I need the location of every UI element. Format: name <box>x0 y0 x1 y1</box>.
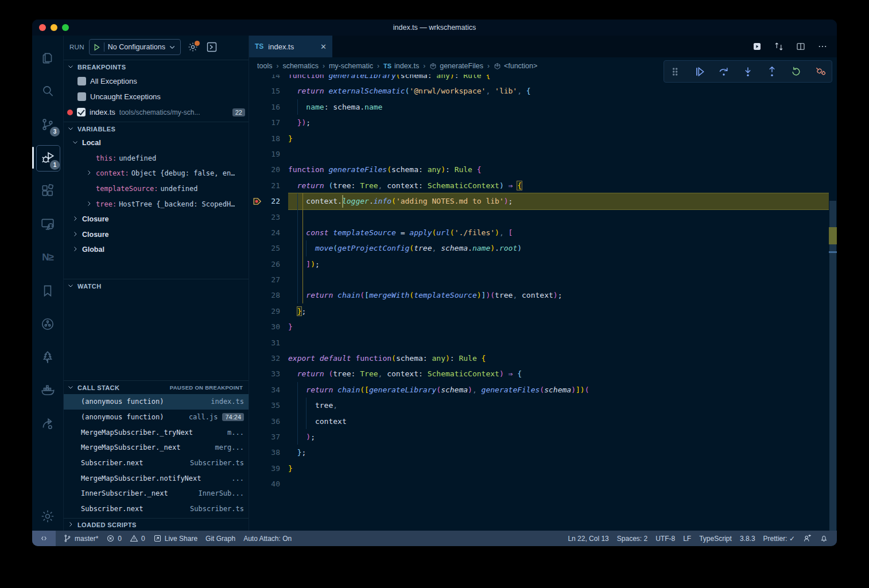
variable-row[interactable]: Global <box>64 242 249 258</box>
call-stack-frame[interactable]: MergeMapSubscriber._tryNextm... <box>64 425 249 440</box>
breadcrumb-item[interactable]: schematics <box>282 62 319 70</box>
variable-row[interactable]: Local <box>64 135 249 151</box>
variable-row[interactable]: tree: HostTree {_backend: ScopedH… <box>64 196 249 212</box>
status-3-8-3[interactable]: 3.8.3 <box>736 531 759 546</box>
chevron-right-icon[interactable] <box>86 169 94 177</box>
chevron-down-icon[interactable] <box>72 139 80 147</box>
activity-live-share-icon[interactable] <box>34 407 61 441</box>
editor-gutter[interactable]: 23 <box>249 209 288 225</box>
call-stack-frame[interactable]: InnerSubscriber._nextInnerSub... <box>64 486 249 501</box>
section-header-variables[interactable]: VARIABLES <box>64 122 249 135</box>
call-stack-frame[interactable]: MergeMapSubscriber._nextmerg... <box>64 440 249 455</box>
restart-button[interactable] <box>790 66 802 77</box>
editor-gutter[interactable]: 16 <box>249 99 288 115</box>
editor-group[interactable]: TS index.ts ✕ tools›schematics›my-schema… <box>249 36 837 531</box>
editor-gutter[interactable]: 26 <box>249 256 288 272</box>
editor-gutter[interactable]: 19 <box>249 146 288 162</box>
editor-gutter[interactable]: 32 <box>249 351 288 366</box>
zoom-window-button[interactable] <box>62 24 69 31</box>
breakpoint-dot-icon[interactable] <box>67 110 73 115</box>
editor-gutter[interactable]: 35 <box>249 398 288 413</box>
status-lf[interactable]: LF <box>679 531 695 546</box>
section-header-breakpoints[interactable]: BREAKPOINTS <box>64 60 249 73</box>
variable-row[interactable]: context: Object {debug: false, en… <box>64 166 249 181</box>
editor-gutter[interactable]: 27 <box>249 272 288 287</box>
activity-run-debug-icon[interactable]: 1 <box>34 141 61 174</box>
breakpoint-row[interactable]: All Exceptions <box>64 73 249 89</box>
editor-gutter[interactable]: 25 <box>249 240 288 256</box>
variable-row[interactable]: templateSource: undefined <box>64 181 249 197</box>
editor-gutter[interactable]: 24 <box>249 225 288 240</box>
call-stack-frame[interactable]: Subscriber.nextSubscriber.ts <box>64 501 249 517</box>
code-area[interactable]: 14function generateLibrary(schema: any):… <box>249 68 829 492</box>
open-changes-icon[interactable] <box>752 41 762 52</box>
checkbox[interactable] <box>77 92 86 101</box>
step-over-button[interactable] <box>718 66 730 77</box>
editor-gutter[interactable]: 36 <box>249 414 288 429</box>
scrollbar-slider[interactable] <box>829 201 836 531</box>
editor-gutter[interactable]: 20 <box>249 162 288 177</box>
launch-configuration-dropdown[interactable]: No Configurations <box>89 39 181 55</box>
checkbox[interactable] <box>77 77 86 85</box>
status-prettier-[interactable]: Prettier: ✓ <box>759 531 799 546</box>
call-stack-frame[interactable]: (anonymous function)call.js74:24 <box>64 410 249 425</box>
status-ln-22-col-13[interactable]: Ln 22, Col 13 <box>564 531 612 546</box>
editor-gutter[interactable]: 30 <box>249 319 288 334</box>
editor-gutter[interactable]: 22 <box>249 193 288 209</box>
activity-git-history-icon[interactable] <box>34 307 61 341</box>
editor-gutter[interactable]: 15 <box>249 83 288 99</box>
editor-gutter[interactable]: 21 <box>249 178 288 193</box>
current-breakpoint-icon[interactable] <box>253 196 263 207</box>
breadcrumb-item[interactable]: TSindex.ts <box>383 62 419 70</box>
status-spaces-2[interactable]: Spaces: 2 <box>613 531 651 546</box>
breakpoint-row[interactable]: index.tstools/schematics/my-sch...22 <box>64 104 249 120</box>
continue-button[interactable] <box>694 66 705 77</box>
chevron-right-icon[interactable] <box>86 200 94 208</box>
breadcrumb-item[interactable]: tools <box>257 62 272 70</box>
editor-gutter[interactable]: 33 <box>249 366 288 381</box>
status-typescript[interactable]: TypeScript <box>695 531 736 546</box>
editor-gutter[interactable]: 28 <box>249 287 288 303</box>
chevron-right-icon[interactable] <box>72 231 80 239</box>
editor-gutter[interactable]: 39 <box>249 461 288 476</box>
split-editor-icon[interactable] <box>796 41 806 52</box>
editor-gutter[interactable]: 29 <box>249 303 288 319</box>
activity-search-icon[interactable] <box>34 75 61 108</box>
start-debug-icon[interactable] <box>93 44 100 51</box>
editor-gutter[interactable]: 17 <box>249 115 288 130</box>
status-utf-8[interactable]: UTF-8 <box>651 531 679 546</box>
status-branch[interactable]: master* <box>59 531 102 546</box>
section-header-loaded-scripts[interactable]: LOADED SCRIPTS <box>64 518 249 531</box>
activity-bookmarks-icon[interactable] <box>34 274 61 307</box>
activity-extensions-icon[interactable] <box>34 174 61 208</box>
editor-gutter[interactable]: 38 <box>249 445 288 460</box>
editor-gutter[interactable]: 37 <box>249 429 288 445</box>
breadcrumb-item[interactable]: generateFiles <box>429 62 483 70</box>
status-remote[interactable] <box>32 531 56 546</box>
editor-gutter[interactable]: 40 <box>249 476 288 492</box>
breadcrumb-item[interactable]: <function> <box>494 62 537 70</box>
editor-scrollbar[interactable] <box>829 68 837 531</box>
status-bell[interactable] <box>816 531 832 546</box>
activity-source-control-icon[interactable]: 3 <box>34 108 61 141</box>
editor-gutter[interactable]: 34 <box>249 382 288 398</box>
section-header-call-stack[interactable]: CALL STACKPAUSED ON BREAKPOINT <box>64 380 249 394</box>
activity-docker-icon[interactable] <box>34 374 61 407</box>
status-git-graph[interactable]: Git Graph <box>201 531 239 546</box>
call-stack-frame[interactable]: MergeMapSubscriber.notifyNext... <box>64 470 249 486</box>
close-tab-icon[interactable]: ✕ <box>320 42 327 51</box>
debug-console-button[interactable] <box>206 41 218 53</box>
call-stack-frame[interactable]: Subscriber.nextSubscriber.ts <box>64 455 249 471</box>
close-window-button[interactable] <box>39 24 46 31</box>
variable-row[interactable]: Closure <box>64 227 249 243</box>
call-stack-frame[interactable]: (anonymous function)index.ts <box>64 394 249 410</box>
chevron-right-icon[interactable] <box>72 246 80 254</box>
variable-row[interactable]: this: undefined <box>64 151 249 166</box>
open-launch-json-button[interactable] <box>188 42 198 52</box>
breadcrumb-item[interactable]: my-schematic <box>329 62 373 70</box>
status-feedback[interactable] <box>799 531 816 546</box>
activity-nx-console-icon[interactable]: N≥ <box>34 241 61 274</box>
activity-settings-gear[interactable] <box>34 502 61 531</box>
checkbox-checked[interactable] <box>77 108 86 116</box>
step-into-button[interactable] <box>742 66 754 77</box>
